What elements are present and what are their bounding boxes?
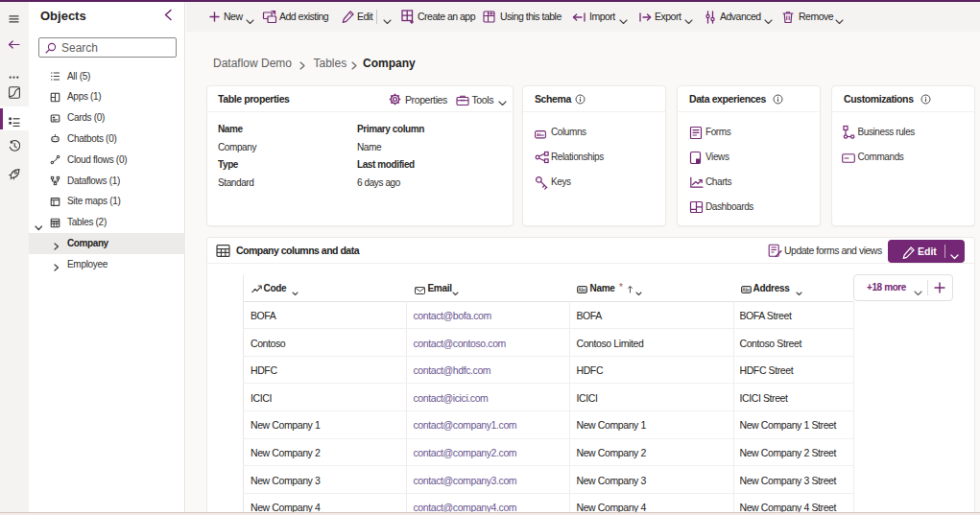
svg-text:Abc: Abc xyxy=(537,132,545,137)
svg-text:Abc: Abc xyxy=(578,288,586,293)
svg-text:Abc: Abc xyxy=(742,288,751,293)
